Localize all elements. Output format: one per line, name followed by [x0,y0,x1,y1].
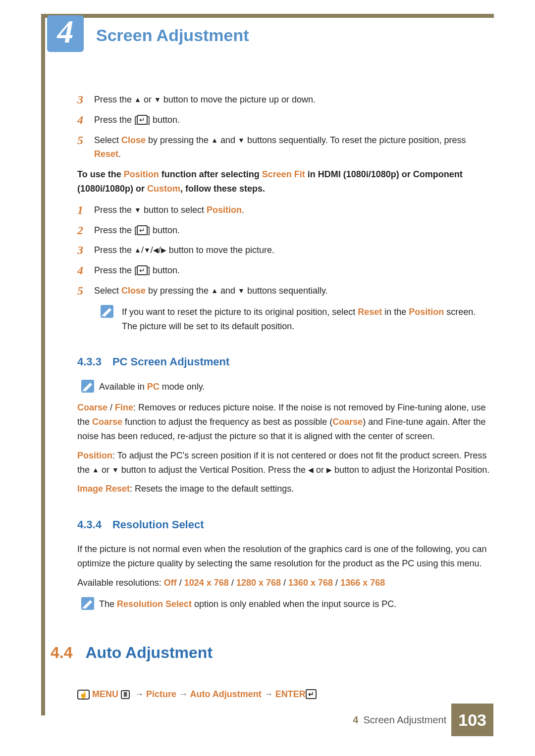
step-number: 2 [77,223,94,238]
step-text: Press the [↵] button. [94,263,493,278]
step-row: 3Press the ▲/▼/◀/▶ button to move the pi… [77,243,493,257]
step-row: 4Press the [↵] button. [77,263,493,278]
step-row: 2Press the [↵] button. [77,223,493,238]
footer-page-number: 103 [451,704,493,736]
step-text: Press the [↵] button. [94,113,493,127]
para-433-3: Image Reset: Resets the image to the def… [77,482,493,496]
nav-path-44: ☝ MENU Ⅲ → Picture → Auto Adjustment → E… [77,687,493,702]
section-44-heading: 4.4 Auto Adjustment [51,640,493,665]
step-row: 5Select Close by pressing the ▲ and ▼ bu… [77,133,493,162]
section-44-title: Auto Adjustment [85,640,213,665]
step-number: 5 [77,133,94,148]
para-433-2: Position: To adjust the PC's screen posi… [77,449,493,477]
chapter-number: 4 [57,5,74,58]
step-row: 5Select Close by pressing the ▲ and ▼ bu… [77,284,493,298]
step-number: 4 [77,263,94,278]
note-b-text: If you want to reset the picture to its … [122,305,493,334]
footer-chapter-name: Screen Adjustment [363,712,446,728]
steps-section-a: 3Press the ▲ or ▼ button to move the pic… [77,93,493,161]
para-434-2: Available resolutions: Off / 1024 x 768 … [77,576,493,590]
section-44-number: 4.4 [51,640,72,665]
note-icon [101,305,113,318]
step-row: 4Press the [↵] button. [77,113,493,127]
page-content: 3Press the ▲ or ▼ button to move the pic… [77,91,493,701]
chapter-number-badge: 4 [47,15,84,52]
side-border [41,14,45,715]
heading-433: 4.3.3 PC Screen Adjustment [77,353,493,370]
heading-434: 4.3.4 Resolution Select [77,516,493,533]
step-text: Select Close by pressing the ▲ and ▼ but… [94,284,493,298]
footer-chapter-number: 4 [353,712,358,728]
step-text: Press the [↵] button. [94,223,493,238]
step-number: 3 [77,93,94,107]
note-icon [81,597,94,610]
chapter-title: Screen Adjustment [96,22,249,49]
step-row: 3Press the ▲ or ▼ button to move the pic… [77,93,493,107]
step-number: 1 [77,203,94,217]
note-icon [81,380,94,393]
step-text: Press the ▲ or ▼ button to move the pict… [94,93,493,107]
intro-b: To use the Position function after selec… [77,167,493,196]
step-number: 5 [77,284,94,298]
step-number: 4 [77,113,94,127]
note-434-text: The Resolution Select option is only ena… [99,597,493,611]
note-433-row: Available in PC mode only. [76,380,493,394]
para-434-1: If the picture is not normal even when t… [77,542,493,571]
note-b-row: If you want to reset the picture to its … [92,305,493,334]
step-text: Press the ▲/▼/◀/▶ button to move the pic… [94,243,493,257]
step-number: 3 [77,243,94,257]
step-row: 1Press the ▼ button to select Position. [77,203,493,217]
step-text: Select Close by pressing the ▲ and ▼ but… [94,133,493,162]
para-433-1: Coarse / Fine: Removes or reduces pictur… [77,401,493,443]
page-footer: 4 Screen Adjustment 103 [353,704,493,736]
steps-section-b: 1Press the ▼ button to select Position.2… [77,203,493,298]
top-border [41,14,494,18]
note-433-text: Available in PC mode only. [99,380,493,394]
step-text: Press the ▼ button to select Position. [94,203,493,217]
note-434-row: The Resolution Select option is only ena… [76,597,493,611]
